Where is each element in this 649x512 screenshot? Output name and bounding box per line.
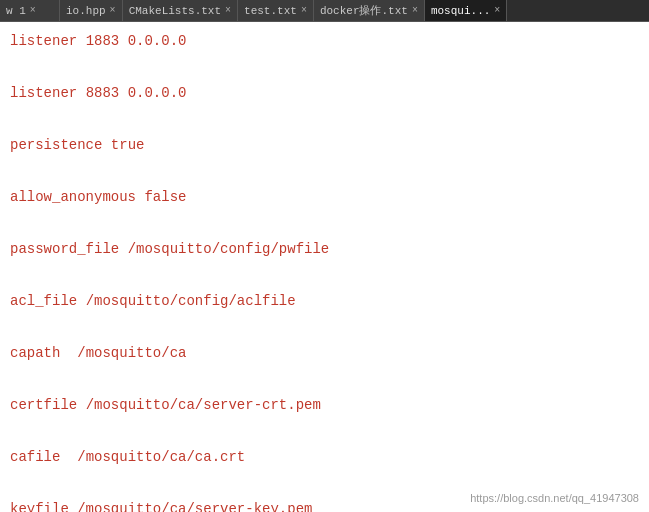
- line-empty-8: [10, 418, 639, 444]
- line-5: password_file /mosquitto/config/pwfile: [10, 236, 639, 262]
- tab-label: io.hpp: [66, 5, 106, 17]
- tab-docker[interactable]: docker操作.txt ×: [314, 0, 425, 22]
- line-empty-1: [10, 54, 639, 80]
- line-4: allow_anonymous false: [10, 184, 639, 210]
- tab-close-icon[interactable]: ×: [301, 5, 307, 16]
- line-6: acl_file /mosquitto/config/aclfile: [10, 288, 639, 314]
- line-empty-5: [10, 262, 639, 288]
- tab-label: mosqui...: [431, 5, 490, 17]
- tab-label: CMakeLists.txt: [129, 5, 221, 17]
- line-2: listener 8883 0.0.0.0: [10, 80, 639, 106]
- line-7: capath /mosquitto/ca: [10, 340, 639, 366]
- line-empty-7: [10, 366, 639, 392]
- line-empty-2: [10, 106, 639, 132]
- tab-label: test.txt: [244, 5, 297, 17]
- line-empty-3: [10, 158, 639, 184]
- tab-bar: w 1 × io.hpp × CMakeLists.txt × test.txt…: [0, 0, 649, 22]
- line-8: certfile /mosquitto/ca/server-crt.pem: [10, 392, 639, 418]
- watermark: https://blog.csdn.net/qq_41947308: [470, 492, 639, 504]
- tab-label: w 1: [6, 5, 26, 17]
- line-empty-4: [10, 210, 639, 236]
- line-empty-6: [10, 314, 639, 340]
- tab-mosquitto[interactable]: mosqui... ×: [425, 0, 507, 22]
- line-3: persistence true: [10, 132, 639, 158]
- tab-io-hpp[interactable]: io.hpp ×: [60, 0, 123, 22]
- tab-close-icon[interactable]: ×: [30, 5, 36, 16]
- tab-cmakelists[interactable]: CMakeLists.txt ×: [123, 0, 238, 22]
- tab-close-icon[interactable]: ×: [110, 5, 116, 16]
- tab-close-icon[interactable]: ×: [494, 5, 500, 16]
- tab-close-icon[interactable]: ×: [225, 5, 231, 16]
- tab-test[interactable]: test.txt ×: [238, 0, 314, 22]
- line-9: cafile /mosquitto/ca/ca.crt: [10, 444, 639, 470]
- tab-close-icon[interactable]: ×: [412, 5, 418, 16]
- line-1: listener 1883 0.0.0.0: [10, 28, 639, 54]
- tab-w1[interactable]: w 1 ×: [0, 0, 60, 22]
- editor-area[interactable]: listener 1883 0.0.0.0 listener 8883 0.0.…: [0, 22, 649, 512]
- tab-label: docker操作.txt: [320, 3, 408, 18]
